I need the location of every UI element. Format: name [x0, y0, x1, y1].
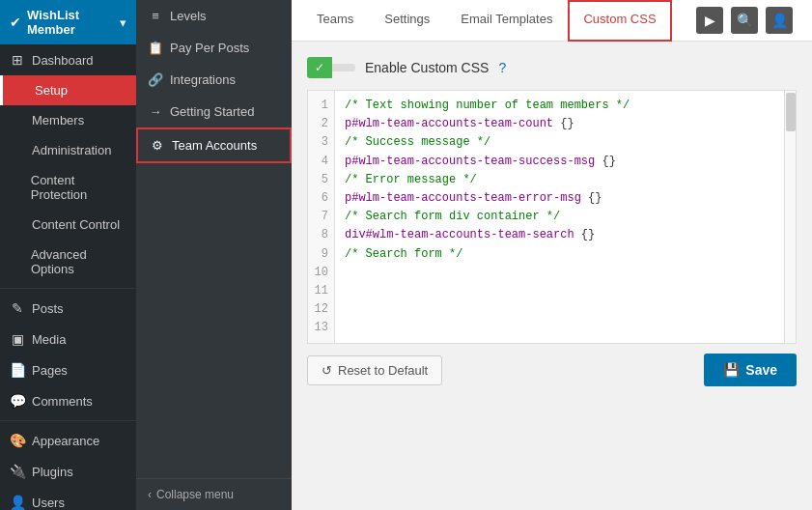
integrations-icon: 🔗: [148, 72, 163, 87]
posts-icon: ✎: [10, 300, 25, 316]
enable-css-label: Enable Custom CSS: [365, 60, 489, 75]
toggle-on-button[interactable]: ✓: [307, 57, 332, 78]
tab-label: Teams: [317, 12, 353, 26]
code-line: /* Search form */: [345, 245, 774, 264]
top-icons-bar: ▶ 🔍 👤: [696, 0, 802, 41]
sidebar-item-appearance[interactable]: 🎨 Appearance: [0, 425, 136, 456]
collapse-menu-button[interactable]: ‹ Collapse menu: [136, 478, 292, 510]
pay-per-posts-icon: 📋: [148, 41, 163, 55]
sidebar-item-label: Content Protection: [31, 173, 126, 202]
scrollbar[interactable]: [784, 91, 796, 343]
collapse-menu-label: Collapse menu: [156, 488, 234, 501]
tabs-bar: Teams Settings Email Templates Custom CS…: [292, 0, 812, 42]
tab-label: Settings: [384, 12, 430, 26]
line-number: 7: [308, 208, 334, 226]
submenu-item-label: Getting Started: [170, 104, 254, 119]
submenu-item-label: Pay Per Posts: [170, 41, 249, 55]
sidebar-item-media[interactable]: ▣ Media: [0, 324, 136, 354]
submenu-item-label: Levels: [170, 9, 207, 23]
toggle-check-icon: ✓: [315, 61, 324, 74]
submenu-spacer: [136, 163, 292, 478]
save-button[interactable]: 💾 Save: [704, 354, 797, 386]
submenu-item-team-accounts[interactable]: ⚙ Team Accounts: [136, 128, 292, 163]
help-icon[interactable]: ?: [498, 60, 506, 75]
getting-started-icon: →: [148, 104, 163, 119]
toggle-off-button[interactable]: [332, 64, 355, 71]
users-icon: 👤: [10, 495, 25, 510]
tab-label: Custom CSS: [583, 12, 656, 26]
submenu: ≡ Levels 📋 Pay Per Posts 🔗 Integrations …: [136, 0, 292, 510]
scrollbar-thumb[interactable]: [786, 93, 796, 131]
sidebar-item-posts[interactable]: ✎ Posts: [0, 293, 136, 324]
video-icon-button[interactable]: ▶: [696, 7, 723, 34]
appearance-icon: 🎨: [10, 433, 25, 448]
sidebar-item-content-control[interactable]: Content Control: [0, 210, 136, 240]
sidebar-item-administration[interactable]: Administration: [0, 135, 136, 165]
sidebar-item-pages[interactable]: 📄 Pages: [0, 354, 136, 385]
levels-icon: ≡: [148, 9, 163, 23]
submenu-item-levels[interactable]: ≡ Levels: [136, 0, 292, 32]
code-line: /* Success message */: [345, 133, 774, 152]
line-numbers: 12345678910111213: [308, 91, 335, 343]
user-icon: 👤: [771, 13, 788, 28]
sidebar-item-label: Advanced Options: [31, 247, 126, 276]
tab-settings[interactable]: Settings: [369, 0, 445, 41]
line-number: 5: [308, 171, 334, 189]
tab-custom-css[interactable]: Custom CSS: [568, 0, 671, 42]
code-line: div#wlm-team-accounts-team-search {}: [345, 226, 774, 244]
tab-email-templates[interactable]: Email Templates: [445, 0, 568, 41]
sidebar-item-comments[interactable]: 💬 Comments: [0, 385, 136, 416]
sidebar-item-label: Setup: [35, 83, 68, 98]
line-number: 10: [308, 264, 334, 282]
sidebar-item-setup[interactable]: Setup: [0, 75, 136, 105]
sidebar-item-label: Content Control: [32, 217, 120, 232]
sidebar-item-label: Comments: [32, 394, 93, 409]
submenu-item-getting-started[interactable]: → Getting Started: [136, 96, 292, 128]
main-content: Teams Settings Email Templates Custom CS…: [292, 0, 812, 510]
reset-button[interactable]: ↺ Reset to Default: [307, 355, 442, 385]
pages-icon: 📄: [10, 362, 25, 378]
sidebar-item-plugins[interactable]: 🔌 Plugins: [0, 456, 136, 487]
sidebar-item-label: Plugins: [32, 465, 73, 479]
line-number: 6: [308, 189, 334, 208]
search-icon-button[interactable]: 🔍: [731, 7, 758, 34]
code-line: /* Search form div container */: [345, 208, 774, 226]
sidebar-item-label: Posts: [32, 301, 64, 316]
sidebar-wp-section: ✎ Posts ▣ Media 📄 Pages 💬 Comments: [0, 288, 136, 416]
dashboard-icon: ⊞: [10, 52, 25, 68]
sidebar-item-members[interactable]: Members: [0, 105, 136, 135]
line-number: 8: [308, 226, 334, 244]
code-line: /* Error message */: [345, 171, 774, 189]
user-icon-button[interactable]: 👤: [766, 7, 793, 34]
comments-icon: 💬: [10, 393, 25, 409]
code-editor[interactable]: 12345678910111213 /* Text showing number…: [307, 90, 797, 344]
line-number: 3: [308, 133, 334, 152]
sidebar-item-users[interactable]: 👤 Users: [0, 487, 136, 510]
submenu-item-label: Team Accounts: [172, 138, 257, 153]
submenu-item-integrations[interactable]: 🔗 Integrations: [136, 64, 292, 96]
reset-icon: ↺: [322, 363, 332, 378]
save-label: Save: [745, 362, 777, 378]
sidebar-item-label: Pages: [32, 363, 68, 378]
sidebar-appearance-section: 🎨 Appearance 🔌 Plugins 👤 Users 🔧 Tools: [0, 420, 136, 510]
sidebar-item-dashboard[interactable]: ⊞ Dashboard: [0, 44, 136, 75]
media-icon: ▣: [10, 331, 25, 347]
submenu-item-label: Integrations: [170, 72, 236, 87]
code-content[interactable]: /* Text showing number of team members *…: [335, 91, 784, 343]
sidebar: ✔ WishList Member ▾ ⊞ Dashboard Setup Me…: [0, 0, 136, 510]
enable-css-row: ✓ Enable Custom CSS ?: [307, 57, 797, 78]
sidebar-item-content-protection[interactable]: Content Protection: [0, 165, 136, 210]
submenu-item-pay-per-posts[interactable]: 📋 Pay Per Posts: [136, 32, 292, 64]
content-area: ✓ Enable Custom CSS ? 12345678910111213 …: [292, 42, 812, 510]
line-number: 13: [308, 319, 334, 337]
tab-label: Email Templates: [461, 12, 552, 26]
code-line: p#wlm-team-accounts-team-count {}: [345, 115, 774, 133]
code-line: p#wlm-team-accounts-team-success-msg {}: [345, 153, 774, 171]
sidebar-brand-label: WishList Member: [27, 8, 114, 37]
toggle-switch[interactable]: ✓: [307, 57, 355, 78]
line-number: 2: [308, 115, 334, 133]
sidebar-brand-item[interactable]: ✔ WishList Member ▾: [0, 0, 136, 44]
tab-teams[interactable]: Teams: [301, 0, 369, 41]
sidebar-item-advanced-options[interactable]: Advanced Options: [0, 240, 136, 284]
team-accounts-icon: ⚙: [150, 138, 165, 153]
